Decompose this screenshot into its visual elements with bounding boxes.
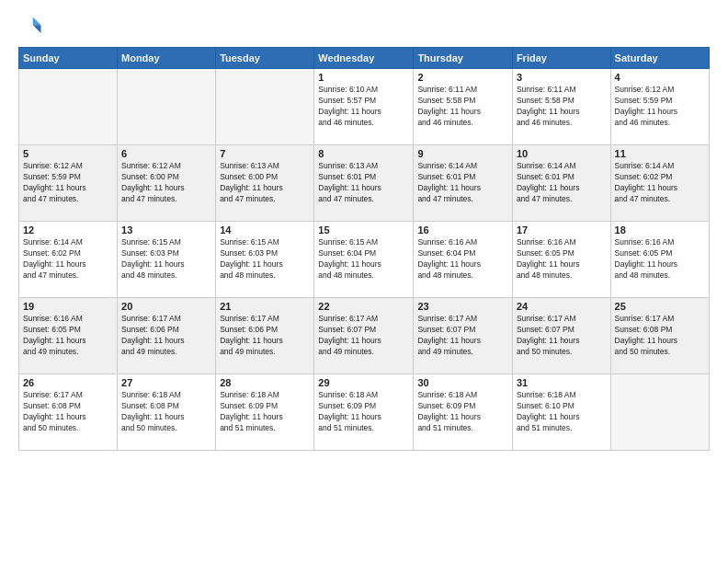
day-info: Sunrise: 6:18 AM Sunset: 6:08 PM Dayligh…	[121, 390, 211, 434]
day-info: Sunrise: 6:17 AM Sunset: 6:07 PM Dayligh…	[318, 314, 409, 358]
day-number: 23	[417, 301, 508, 312]
day-number: 3	[517, 72, 607, 83]
calendar-week-row: 5Sunrise: 6:12 AM Sunset: 5:59 PM Daylig…	[19, 145, 710, 222]
weekday-header-cell: Sunday	[19, 48, 118, 69]
day-info: Sunrise: 6:11 AM Sunset: 5:58 PM Dayligh…	[517, 85, 607, 129]
calendar-day-cell: 16Sunrise: 6:16 AM Sunset: 6:04 PM Dayli…	[414, 222, 513, 298]
calendar-day-cell	[118, 69, 216, 145]
page: SundayMondayTuesdayWednesdayThursdayFrid…	[0, 0, 728, 563]
calendar-day-cell: 21Sunrise: 6:17 AM Sunset: 6:06 PM Dayli…	[216, 298, 314, 374]
day-info: Sunrise: 6:16 AM Sunset: 6:05 PM Dayligh…	[517, 237, 607, 282]
day-number: 20	[121, 301, 211, 312]
day-number: 21	[220, 301, 310, 312]
day-info: Sunrise: 6:17 AM Sunset: 6:07 PM Dayligh…	[517, 314, 607, 358]
calendar-header: SundayMondayTuesdayWednesdayThursdayFrid…	[19, 48, 710, 69]
day-number: 6	[121, 148, 211, 159]
day-info: Sunrise: 6:18 AM Sunset: 6:09 PM Dayligh…	[417, 390, 508, 434]
calendar-body: 1Sunrise: 6:10 AM Sunset: 5:57 PM Daylig…	[19, 69, 710, 451]
logo	[18, 14, 48, 40]
day-info: Sunrise: 6:17 AM Sunset: 6:08 PM Dayligh…	[23, 390, 113, 434]
calendar-day-cell: 2Sunrise: 6:11 AM Sunset: 5:58 PM Daylig…	[414, 69, 513, 145]
calendar-day-cell: 19Sunrise: 6:16 AM Sunset: 6:05 PM Dayli…	[19, 298, 118, 374]
day-number: 22	[318, 301, 409, 312]
calendar-day-cell: 17Sunrise: 6:16 AM Sunset: 6:05 PM Dayli…	[512, 222, 610, 298]
day-number: 4	[615, 72, 705, 83]
calendar-day-cell: 31Sunrise: 6:18 AM Sunset: 6:10 PM Dayli…	[512, 374, 610, 451]
weekday-header-cell: Wednesday	[314, 48, 414, 69]
day-info: Sunrise: 6:16 AM Sunset: 6:04 PM Dayligh…	[417, 237, 508, 282]
day-number: 31	[517, 377, 607, 388]
day-number: 16	[417, 224, 508, 236]
day-info: Sunrise: 6:13 AM Sunset: 6:00 PM Dayligh…	[220, 161, 310, 205]
calendar-day-cell: 4Sunrise: 6:12 AM Sunset: 5:59 PM Daylig…	[610, 69, 709, 145]
day-number: 8	[318, 148, 409, 159]
calendar-day-cell: 27Sunrise: 6:18 AM Sunset: 6:08 PM Dayli…	[118, 374, 216, 451]
calendar-day-cell: 5Sunrise: 6:12 AM Sunset: 5:59 PM Daylig…	[19, 145, 118, 222]
day-info: Sunrise: 6:12 AM Sunset: 6:00 PM Dayligh…	[121, 161, 211, 205]
day-info: Sunrise: 6:18 AM Sunset: 6:09 PM Dayligh…	[220, 390, 310, 434]
calendar-day-cell: 3Sunrise: 6:11 AM Sunset: 5:58 PM Daylig…	[512, 69, 610, 145]
calendar-day-cell: 15Sunrise: 6:15 AM Sunset: 6:04 PM Dayli…	[314, 222, 414, 298]
day-info: Sunrise: 6:17 AM Sunset: 6:06 PM Dayligh…	[121, 314, 211, 358]
calendar-day-cell: 10Sunrise: 6:14 AM Sunset: 6:01 PM Dayli…	[512, 145, 610, 222]
day-number: 17	[517, 224, 607, 236]
weekday-header-cell: Thursday	[414, 48, 513, 69]
weekday-header-cell: Tuesday	[216, 48, 314, 69]
day-number: 15	[318, 224, 409, 236]
day-info: Sunrise: 6:14 AM Sunset: 6:01 PM Dayligh…	[517, 161, 607, 205]
day-number: 26	[23, 377, 113, 388]
calendar-day-cell	[19, 69, 118, 145]
day-number: 24	[517, 301, 607, 312]
day-info: Sunrise: 6:17 AM Sunset: 6:06 PM Dayligh…	[220, 314, 310, 358]
day-info: Sunrise: 6:17 AM Sunset: 6:08 PM Dayligh…	[615, 314, 705, 358]
calendar-day-cell: 12Sunrise: 6:14 AM Sunset: 6:02 PM Dayli…	[19, 222, 118, 298]
day-info: Sunrise: 6:13 AM Sunset: 6:01 PM Dayligh…	[318, 161, 409, 205]
calendar-day-cell: 20Sunrise: 6:17 AM Sunset: 6:06 PM Dayli…	[118, 298, 216, 374]
calendar-day-cell: 28Sunrise: 6:18 AM Sunset: 6:09 PM Dayli…	[216, 374, 314, 451]
svg-marker-0	[33, 17, 41, 26]
day-info: Sunrise: 6:12 AM Sunset: 5:59 PM Dayligh…	[23, 161, 113, 205]
calendar-day-cell: 11Sunrise: 6:14 AM Sunset: 6:02 PM Dayli…	[610, 145, 709, 222]
calendar-day-cell: 22Sunrise: 6:17 AM Sunset: 6:07 PM Dayli…	[314, 298, 414, 374]
day-info: Sunrise: 6:15 AM Sunset: 6:03 PM Dayligh…	[220, 237, 310, 282]
day-info: Sunrise: 6:18 AM Sunset: 6:10 PM Dayligh…	[517, 390, 607, 434]
day-number: 29	[318, 377, 409, 388]
day-number: 14	[220, 224, 310, 236]
day-number: 19	[23, 301, 113, 312]
day-number: 2	[417, 72, 508, 83]
day-number: 12	[23, 224, 113, 236]
day-info: Sunrise: 6:16 AM Sunset: 6:05 PM Dayligh…	[23, 314, 113, 358]
day-number: 10	[517, 148, 607, 159]
calendar-day-cell: 7Sunrise: 6:13 AM Sunset: 6:00 PM Daylig…	[216, 145, 314, 222]
day-info: Sunrise: 6:14 AM Sunset: 6:01 PM Dayligh…	[417, 161, 508, 205]
weekday-header-cell: Friday	[512, 48, 610, 69]
logo-icon	[18, 14, 44, 40]
day-number: 11	[615, 148, 705, 159]
calendar-day-cell: 26Sunrise: 6:17 AM Sunset: 6:08 PM Dayli…	[19, 374, 118, 451]
day-info: Sunrise: 6:12 AM Sunset: 5:59 PM Dayligh…	[615, 85, 705, 129]
day-number: 25	[615, 301, 705, 312]
calendar-day-cell: 29Sunrise: 6:18 AM Sunset: 6:09 PM Dayli…	[314, 374, 414, 451]
calendar-day-cell: 24Sunrise: 6:17 AM Sunset: 6:07 PM Dayli…	[512, 298, 610, 374]
calendar-day-cell	[216, 69, 314, 145]
calendar-day-cell: 23Sunrise: 6:17 AM Sunset: 6:07 PM Dayli…	[414, 298, 513, 374]
calendar-day-cell: 18Sunrise: 6:16 AM Sunset: 6:05 PM Dayli…	[610, 222, 709, 298]
day-info: Sunrise: 6:14 AM Sunset: 6:02 PM Dayligh…	[23, 237, 113, 282]
day-number: 27	[121, 377, 211, 388]
day-number: 13	[121, 224, 211, 236]
day-info: Sunrise: 6:17 AM Sunset: 6:07 PM Dayligh…	[417, 314, 508, 358]
svg-marker-1	[33, 25, 41, 33]
day-info: Sunrise: 6:14 AM Sunset: 6:02 PM Dayligh…	[615, 161, 705, 205]
calendar-day-cell	[610, 374, 709, 451]
calendar-week-row: 26Sunrise: 6:17 AM Sunset: 6:08 PM Dayli…	[19, 374, 710, 451]
day-number: 18	[615, 224, 705, 236]
day-info: Sunrise: 6:15 AM Sunset: 6:03 PM Dayligh…	[121, 237, 211, 282]
weekday-header-cell: Saturday	[610, 48, 709, 69]
calendar-day-cell: 9Sunrise: 6:14 AM Sunset: 6:01 PM Daylig…	[414, 145, 513, 222]
day-number: 7	[220, 148, 310, 159]
day-info: Sunrise: 6:11 AM Sunset: 5:58 PM Dayligh…	[417, 85, 508, 129]
calendar-table: SundayMondayTuesdayWednesdayThursdayFrid…	[18, 47, 710, 451]
header	[18, 14, 710, 40]
calendar-week-row: 12Sunrise: 6:14 AM Sunset: 6:02 PM Dayli…	[19, 222, 710, 298]
day-number: 9	[417, 148, 508, 159]
